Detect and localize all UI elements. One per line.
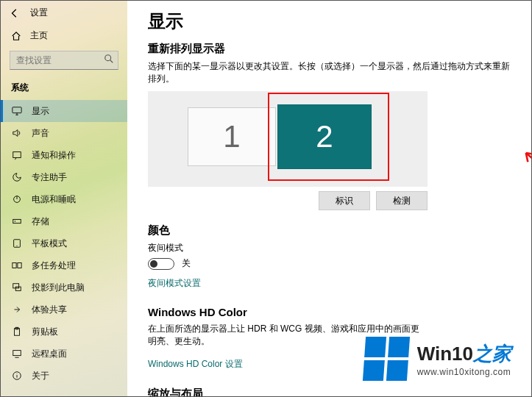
sidebar-item-label: 平板模式: [32, 237, 67, 250]
focus-icon: [11, 171, 23, 183]
sidebar-item-label: 专注助手: [32, 171, 67, 184]
search-icon: [104, 54, 114, 64]
sidebar-item-label: 关于: [32, 370, 49, 382]
search-input[interactable]: [10, 51, 118, 70]
detect-button[interactable]: 检测: [376, 191, 428, 210]
svg-point-5: [15, 221, 15, 221]
svg-point-0: [105, 55, 111, 61]
display-arrangement-area[interactable]: 1 2: [148, 91, 428, 187]
sidebar-item-label: 存储: [32, 215, 49, 228]
page-title: 显示: [148, 10, 511, 33]
watermark-url: www.win10xitong.com: [417, 367, 511, 377]
sidebar-item-storage[interactable]: 存储: [1, 210, 127, 232]
watermark: Win10之家 www.win10xitong.com: [364, 337, 511, 381]
sidebar-item-shared[interactable]: 体验共享: [1, 298, 127, 321]
display-icon: [11, 105, 23, 117]
sidebar-item-notifications[interactable]: 通知和操作: [1, 144, 127, 166]
rearrange-desc: 选择下面的某一显示器以更改其设置。长按（或选择）一个显示器，然后通过拖动方式来重…: [148, 60, 511, 85]
nightlight-settings-link[interactable]: 夜间模式设置: [148, 277, 201, 290]
svg-rect-9: [18, 263, 21, 268]
rearrange-title: 重新排列显示器: [148, 42, 511, 56]
about-icon: [11, 370, 23, 382]
windows-logo-icon: [363, 337, 410, 381]
sidebar-item-label: 体验共享: [32, 304, 67, 316]
tablet-icon: [11, 237, 23, 249]
sidebar-item-label: 显示: [32, 105, 49, 118]
sidebar-item-about[interactable]: 关于: [1, 365, 127, 387]
monitor-1[interactable]: 1: [188, 107, 276, 166]
sidebar-item-tablet[interactable]: 平板模式: [1, 232, 127, 254]
sound-icon: [11, 127, 23, 139]
sidebar-item-sound[interactable]: 声音: [1, 122, 127, 144]
identify-button[interactable]: 标识: [319, 191, 370, 210]
sidebar-item-label: 电源和睡眠: [32, 193, 76, 206]
svg-rect-1: [13, 107, 21, 113]
remote-icon: [11, 348, 23, 360]
hdcolor-link[interactable]: Windows HD Color 设置: [148, 358, 243, 371]
nightlight-label: 夜间模式: [148, 242, 511, 254]
home-icon: [11, 31, 21, 41]
svg-rect-14: [13, 351, 21, 356]
watermark-brand: Win10之家: [417, 341, 511, 367]
svg-rect-2: [13, 152, 21, 158]
sidebar-item-label: 声音: [32, 127, 49, 140]
svg-rect-4: [13, 219, 21, 223]
sidebar-item-focus[interactable]: 专注助手: [1, 166, 127, 188]
home-row[interactable]: 主页: [1, 25, 127, 46]
sidebar-item-multitask[interactable]: 多任务处理: [1, 254, 127, 276]
sidebar-category: 系统: [1, 77, 127, 97]
sidebar-item-display[interactable]: 显示: [1, 100, 127, 122]
multitask-icon: [11, 260, 23, 271]
sidebar-item-remote[interactable]: 远程桌面: [1, 343, 127, 365]
app-title: 设置: [30, 7, 48, 19]
annotation-arrow: [517, 148, 531, 199]
power-icon: [11, 193, 23, 205]
sidebar: 设置 主页 系统 显示 声音 通知和操作: [1, 1, 127, 396]
sidebar-item-projecting[interactable]: 投影到此电脑: [1, 276, 127, 298]
shared-icon: [11, 304, 23, 315]
nightlight-state: 关: [182, 257, 191, 270]
monitor-2[interactable]: 2: [277, 104, 372, 169]
svg-rect-8: [13, 263, 16, 268]
sidebar-item-label: 多任务处理: [32, 260, 76, 272]
sidebar-item-label: 远程桌面: [32, 348, 67, 360]
storage-icon: [11, 215, 23, 227]
clipboard-icon: [11, 326, 23, 337]
svg-point-7: [16, 246, 17, 246]
sidebar-item-power[interactable]: 电源和睡眠: [1, 188, 127, 210]
hdcolor-title: Windows HD Color: [148, 306, 511, 318]
color-title: 颜色: [148, 223, 511, 237]
projecting-icon: [11, 282, 23, 293]
home-label: 主页: [30, 29, 48, 42]
nightlight-toggle[interactable]: [148, 258, 174, 270]
sidebar-item-clipboard[interactable]: 剪贴板: [1, 321, 127, 343]
sidebar-item-label: 通知和操作: [32, 149, 76, 162]
svg-rect-11: [15, 287, 21, 290]
notifications-icon: [11, 149, 23, 161]
back-icon[interactable]: [10, 8, 20, 18]
scale-title: 缩放与布局: [148, 387, 511, 396]
sidebar-item-label: 剪贴板: [32, 326, 58, 338]
sidebar-item-label: 投影到此电脑: [32, 282, 85, 294]
